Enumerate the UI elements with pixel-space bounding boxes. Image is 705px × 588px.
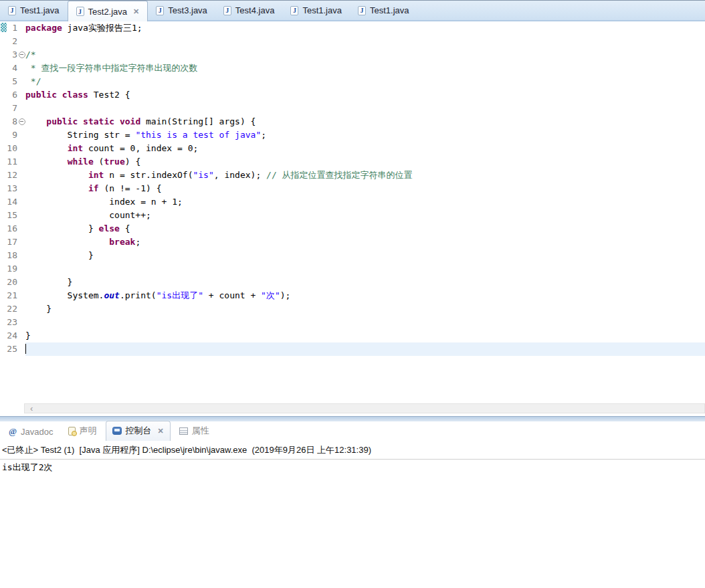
code-line-text[interactable]: } <box>25 302 705 316</box>
code-line-text[interactable]: } else { <box>25 222 705 235</box>
fold-collapse-icon[interactable] <box>17 115 25 128</box>
line-gutter[interactable]: 22 <box>0 302 25 316</box>
code-line[interactable]: 21 System.out.print("is出现了" + count + "次… <box>0 289 705 302</box>
code-line-text[interactable]: String str = "this is a test of java"; <box>25 128 705 142</box>
code-line[interactable]: 19 <box>0 262 705 276</box>
code-line[interactable]: 11 while (true) { <box>0 155 705 169</box>
code-line[interactable]: 25 <box>0 342 705 356</box>
fold-collapse-icon[interactable] <box>17 48 25 62</box>
code-line[interactable]: 3/* <box>0 48 705 62</box>
code-line-text[interactable]: break; <box>25 235 705 249</box>
line-gutter[interactable]: 13 <box>0 182 25 195</box>
code-line[interactable]: 5 */ <box>0 75 705 88</box>
code-line-text[interactable]: */ <box>25 75 705 88</box>
panel-tab-declaration[interactable]: 声明 <box>62 421 103 441</box>
line-gutter[interactable]: 8 <box>0 115 25 128</box>
code-line-text[interactable] <box>25 342 705 356</box>
editor-horizontal-scrollbar[interactable]: ‹ <box>0 403 705 413</box>
line-gutter[interactable]: 10 <box>0 142 25 155</box>
line-gutter[interactable]: 18 <box>0 249 25 262</box>
code-line-text[interactable]: } <box>25 329 705 342</box>
line-gutter[interactable]: 6 <box>0 88 25 102</box>
code-line[interactable]: 22 } <box>0 302 705 316</box>
panel-tab-javadoc[interactable]: @Javadoc <box>3 423 60 441</box>
code-editor[interactable]: 1package java实验报告三1;23/*4 * 查找一段字符串中指定字符… <box>0 21 705 403</box>
code-line-text[interactable]: if (n != -1) { <box>25 182 705 195</box>
line-gutter[interactable]: 12 <box>0 169 25 182</box>
code-line[interactable]: 13 if (n != -1) { <box>0 182 705 195</box>
code-area[interactable]: 1package java实验报告三1;23/*4 * 查找一段字符串中指定字符… <box>0 21 705 356</box>
console-output[interactable]: is出现了2次 <box>0 460 705 475</box>
line-gutter[interactable]: 14 <box>0 195 25 209</box>
line-number: 14 <box>0 195 17 209</box>
code-line-text[interactable]: System.out.print("is出现了" + count + "次"); <box>25 289 705 302</box>
panel-tab-properties[interactable]: 属性 <box>173 421 215 441</box>
code-line[interactable]: 4 * 查找一段字符串中指定字符串出现的次数 <box>0 62 705 75</box>
code-line-text[interactable]: int n = str.indexOf("is", index); // 从指定… <box>25 169 705 182</box>
line-gutter[interactable]: 17 <box>0 235 25 249</box>
code-line[interactable]: 17 break; <box>0 235 705 249</box>
code-line-text[interactable]: while (true) { <box>25 155 705 169</box>
editor-tab-test1-java[interactable]: JTest1.java <box>282 1 350 20</box>
code-line[interactable]: 2 <box>0 35 705 48</box>
code-line[interactable]: 15 count++; <box>0 209 705 222</box>
code-line-text[interactable]: } <box>25 276 705 289</box>
code-line[interactable]: 16 } else { <box>0 222 705 235</box>
editor-tab-test4-java[interactable]: JTest4.java <box>215 1 283 20</box>
code-line[interactable]: 23 <box>0 316 705 329</box>
code-line-text[interactable]: public class Test2 { <box>25 88 705 102</box>
code-line[interactable]: 8 public static void main(String[] args)… <box>0 115 705 128</box>
line-gutter[interactable]: 5 <box>0 75 25 88</box>
code-line[interactable]: 18 } <box>0 249 705 262</box>
line-gutter[interactable]: 9 <box>0 128 25 142</box>
code-line-text[interactable]: public static void main(String[] args) { <box>25 115 705 128</box>
line-number: 21 <box>0 289 17 302</box>
code-line-text[interactable] <box>25 35 705 48</box>
code-line[interactable]: 6public class Test2 { <box>0 88 705 102</box>
code-line[interactable]: 12 int n = str.indexOf("is", index); // … <box>0 169 705 182</box>
line-gutter[interactable]: 24 <box>0 329 25 342</box>
code-line-text[interactable]: /* <box>25 48 705 62</box>
code-line-text[interactable] <box>25 102 705 115</box>
line-gutter[interactable]: 15 <box>0 209 25 222</box>
panel-tab-console[interactable]: 控制台✕ <box>106 421 171 441</box>
editor-tab-test1-java[interactable]: JTest1.java <box>0 1 68 20</box>
code-line-text[interactable]: count++; <box>25 209 705 222</box>
line-gutter[interactable]: 3 <box>0 48 25 62</box>
line-gutter[interactable]: 11 <box>0 155 25 169</box>
line-gutter[interactable]: 2 <box>0 35 25 48</box>
editor-tab-test2-java[interactable]: JTest2.java✕ <box>68 1 148 21</box>
code-line-text[interactable]: index = n + 1; <box>25 195 705 209</box>
code-line-text[interactable]: package java实验报告三1; <box>25 21 705 35</box>
line-gutter[interactable]: 7 <box>0 102 25 115</box>
close-icon[interactable]: ✕ <box>133 7 139 16</box>
code-line[interactable]: 9 String str = "this is a test of java"; <box>0 128 705 142</box>
line-gutter[interactable]: 23 <box>0 316 25 329</box>
code-line-text[interactable]: * 查找一段字符串中指定字符串出现的次数 <box>25 62 705 75</box>
line-gutter[interactable]: 25 <box>0 342 25 356</box>
chevron-left-icon[interactable]: ‹ <box>25 404 38 413</box>
line-number: 18 <box>0 249 17 262</box>
line-number: 24 <box>0 329 17 342</box>
editor-tab-test1-java[interactable]: JTest1.java <box>350 1 417 20</box>
editor-tab-test3-java[interactable]: JTest3.java <box>148 1 215 20</box>
line-gutter[interactable]: 21 <box>0 289 25 302</box>
line-gutter[interactable]: 16 <box>0 222 25 235</box>
code-line[interactable]: 20 } <box>0 276 705 289</box>
scrollbar-track[interactable]: ‹ <box>24 403 705 413</box>
code-line[interactable]: 14 index = n + 1; <box>0 195 705 209</box>
line-number: 12 <box>0 169 17 182</box>
code-line-text[interactable] <box>25 316 705 329</box>
code-line-text[interactable] <box>25 262 705 276</box>
code-line[interactable]: 7 <box>0 102 705 115</box>
line-gutter[interactable]: 19 <box>0 262 25 276</box>
line-gutter[interactable]: 4 <box>0 62 25 75</box>
line-gutter[interactable]: 20 <box>0 276 25 289</box>
code-line[interactable]: 24} <box>0 329 705 342</box>
code-line-text[interactable]: } <box>25 249 705 262</box>
close-icon[interactable]: ✕ <box>158 427 164 435</box>
code-line[interactable]: 1package java实验报告三1; <box>0 21 705 35</box>
code-line-text[interactable]: int count = 0, index = 0; <box>25 142 705 155</box>
code-line[interactable]: 10 int count = 0, index = 0; <box>0 142 705 155</box>
fold-spacer <box>17 62 25 75</box>
